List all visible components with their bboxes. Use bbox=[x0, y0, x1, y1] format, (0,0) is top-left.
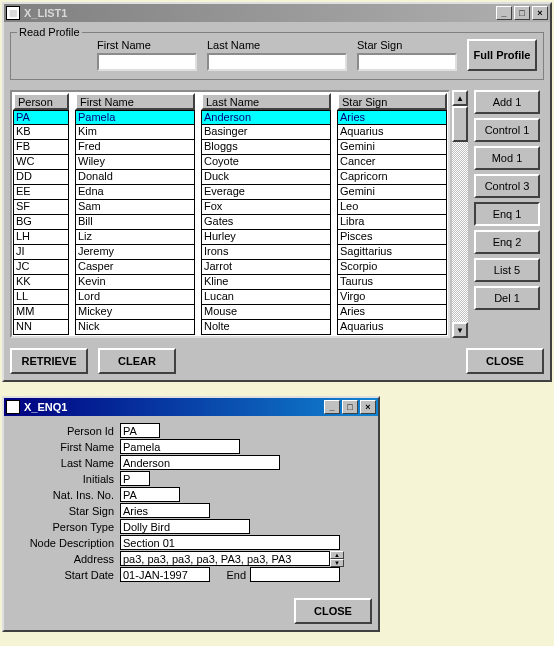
clear-button[interactable]: CLEAR bbox=[98, 348, 176, 374]
last-name-input[interactable] bbox=[207, 53, 347, 71]
grid-cell[interactable]: Bloggs bbox=[201, 140, 331, 155]
close-enq-button[interactable]: CLOSE bbox=[294, 598, 372, 624]
side-button-add-1[interactable]: Add 1 bbox=[474, 90, 540, 114]
grid-scrollbar[interactable]: ▲ ▼ bbox=[452, 90, 468, 338]
full-profile-button[interactable]: Full Profile bbox=[467, 39, 537, 71]
grid-cell[interactable]: Nick bbox=[75, 320, 195, 335]
column-header[interactable]: First Name bbox=[75, 93, 195, 110]
grid-cell[interactable]: Gemini bbox=[337, 185, 447, 200]
grid-cell[interactable]: Donald bbox=[75, 170, 195, 185]
grid-cell[interactable]: Pisces bbox=[337, 230, 447, 245]
star-sign-input[interactable] bbox=[357, 53, 457, 71]
grid-cell[interactable]: Capricorn bbox=[337, 170, 447, 185]
grid-cell[interactable]: Jeremy bbox=[75, 245, 195, 260]
column-header[interactable]: Last Name bbox=[201, 93, 331, 110]
grid-cell[interactable]: Aquarius bbox=[337, 125, 447, 140]
grid-cell[interactable]: Bill bbox=[75, 215, 195, 230]
grid-cell[interactable]: Lucan bbox=[201, 290, 331, 305]
grid-cell[interactable]: Basinger bbox=[201, 125, 331, 140]
grid-cell[interactable]: FB bbox=[13, 140, 69, 155]
grid-cell[interactable]: Wiley bbox=[75, 155, 195, 170]
spin-up-icon[interactable]: ▲ bbox=[330, 551, 344, 559]
address-spinner[interactable]: ▲▼ bbox=[330, 551, 344, 566]
grid-cell[interactable]: Gemini bbox=[337, 140, 447, 155]
grid-cell[interactable]: Irons bbox=[201, 245, 331, 260]
spin-down-icon[interactable]: ▼ bbox=[330, 559, 344, 567]
close-button[interactable]: × bbox=[532, 6, 548, 20]
scroll-down-button[interactable]: ▼ bbox=[452, 322, 468, 338]
side-button-control-3[interactable]: Control 3 bbox=[474, 174, 540, 198]
grid-cell[interactable]: Leo bbox=[337, 200, 447, 215]
grid-cell[interactable]: Virgo bbox=[337, 290, 447, 305]
grid-cell[interactable]: DD bbox=[13, 170, 69, 185]
grid-cell[interactable]: Duck bbox=[201, 170, 331, 185]
maximize-button[interactable]: □ bbox=[342, 400, 358, 414]
side-button-control-1[interactable]: Control 1 bbox=[474, 118, 540, 142]
grid-cell[interactable]: JI bbox=[13, 245, 69, 260]
scroll-track[interactable] bbox=[452, 142, 468, 322]
grid-cell[interactable]: NN bbox=[13, 320, 69, 335]
grid-cell[interactable]: Scorpio bbox=[337, 260, 447, 275]
grid-cell[interactable]: PA bbox=[13, 110, 69, 125]
grid-cell[interactable]: Edna bbox=[75, 185, 195, 200]
grid-cell[interactable]: LH bbox=[13, 230, 69, 245]
side-button-enq-1[interactable]: Enq 1 bbox=[474, 202, 540, 226]
grid-cell[interactable]: EE bbox=[13, 185, 69, 200]
grid-cell[interactable]: KK bbox=[13, 275, 69, 290]
grid-cell[interactable]: SF bbox=[13, 200, 69, 215]
minimize-button[interactable]: _ bbox=[324, 400, 340, 414]
grid-cell[interactable]: Libra bbox=[337, 215, 447, 230]
grid-cell[interactable]: Gates bbox=[201, 215, 331, 230]
grid-cell[interactable]: WC bbox=[13, 155, 69, 170]
side-button-enq-2[interactable]: Enq 2 bbox=[474, 230, 540, 254]
grid-cell[interactable]: Aquarius bbox=[337, 320, 447, 335]
grid-cell[interactable]: Fox bbox=[201, 200, 331, 215]
grid-cell[interactable]: Aries bbox=[337, 110, 447, 125]
grid-cell[interactable]: Coyote bbox=[201, 155, 331, 170]
grid-cell[interactable]: Everage bbox=[201, 185, 331, 200]
titlebar[interactable]: ▦ X_LIST1 _ □ × bbox=[4, 4, 550, 22]
first-name-input[interactable] bbox=[97, 53, 197, 71]
grid-cell[interactable]: Pamela bbox=[75, 110, 195, 125]
scroll-up-button[interactable]: ▲ bbox=[452, 90, 468, 106]
grid-cell[interactable]: JC bbox=[13, 260, 69, 275]
grid-cell[interactable]: BG bbox=[13, 215, 69, 230]
grid-cell[interactable]: Kim bbox=[75, 125, 195, 140]
grid-cell[interactable]: Kevin bbox=[75, 275, 195, 290]
label-start-date: Start Date bbox=[10, 569, 120, 581]
grid-cell[interactable]: MM bbox=[13, 305, 69, 320]
grid-cell[interactable]: Sagittarius bbox=[337, 245, 447, 260]
grid-cell[interactable]: Lord bbox=[75, 290, 195, 305]
grid-cell[interactable]: LL bbox=[13, 290, 69, 305]
grid-cell[interactable]: Anderson bbox=[201, 110, 331, 125]
grid-cell[interactable]: Mickey bbox=[75, 305, 195, 320]
grid-cell[interactable]: Fred bbox=[75, 140, 195, 155]
close-list-button[interactable]: CLOSE bbox=[466, 348, 544, 374]
grid-cell[interactable]: Jarrot bbox=[201, 260, 331, 275]
grid-cell[interactable]: Kline bbox=[201, 275, 331, 290]
column-header[interactable]: Star Sign bbox=[337, 93, 447, 110]
side-button-list-5[interactable]: List 5 bbox=[474, 258, 540, 282]
grid-cell[interactable]: Sam bbox=[75, 200, 195, 215]
grid-cell[interactable]: Cancer bbox=[337, 155, 447, 170]
titlebar[interactable]: ▦ X_ENQ1 _ □ × bbox=[4, 398, 378, 416]
grid-cell[interactable]: Nolte bbox=[201, 320, 331, 335]
app-icon: ▦ bbox=[6, 400, 20, 414]
label-last-name: Last Name bbox=[10, 457, 120, 469]
grid-cell[interactable]: Hurley bbox=[201, 230, 331, 245]
grid-cell[interactable]: KB bbox=[13, 125, 69, 140]
side-button-del-1[interactable]: Del 1 bbox=[474, 286, 540, 310]
close-button[interactable]: × bbox=[360, 400, 376, 414]
side-button-mod-1[interactable]: Mod 1 bbox=[474, 146, 540, 170]
grid-cell[interactable]: Casper bbox=[75, 260, 195, 275]
grid-cell[interactable]: Liz bbox=[75, 230, 195, 245]
minimize-button[interactable]: _ bbox=[496, 6, 512, 20]
grid-cell[interactable]: Aries bbox=[337, 305, 447, 320]
column-header[interactable]: Person Id bbox=[13, 93, 69, 110]
grid-cell[interactable]: Taurus bbox=[337, 275, 447, 290]
grid-column: First NamePamelaKimFredWileyDonaldEdnaSa… bbox=[75, 93, 195, 335]
grid-cell[interactable]: Mouse bbox=[201, 305, 331, 320]
maximize-button[interactable]: □ bbox=[514, 6, 530, 20]
scroll-thumb[interactable] bbox=[452, 106, 468, 142]
retrieve-button[interactable]: RETRIEVE bbox=[10, 348, 88, 374]
